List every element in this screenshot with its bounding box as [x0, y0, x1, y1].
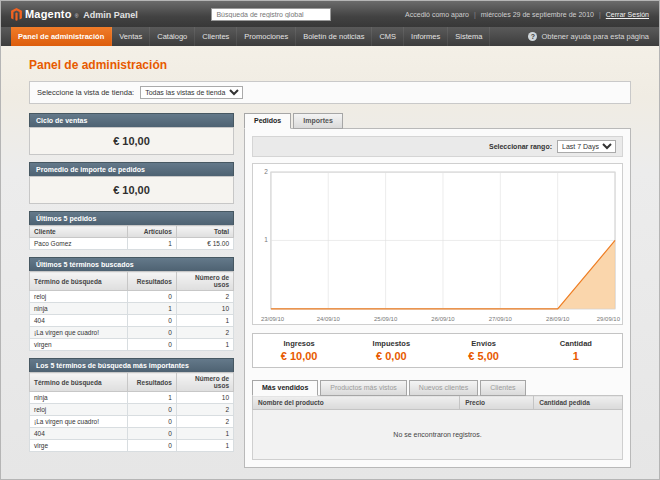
table-row[interactable]: 40401	[30, 428, 234, 440]
nav-item-informes[interactable]: Informes	[404, 27, 448, 46]
table-row[interactable]: ¡La virgen que cuadro!02	[30, 416, 234, 428]
stat-label: Ingresos	[253, 339, 345, 348]
nav-item-ventas[interactable]: Ventas	[112, 27, 150, 46]
top-search-terms-table: Término de búsquedaResultadosNúmero de u…	[29, 372, 234, 452]
table-row[interactable]: ¡La virgen que cuadro!02	[30, 327, 234, 339]
table-row[interactable]: virgen01	[30, 339, 234, 351]
page-help-link[interactable]: ? Obtener ayuda para esta página	[528, 27, 649, 46]
table-cell: reloj	[30, 404, 128, 416]
table-cell: ¡La virgen que cuadro!	[30, 327, 128, 339]
table-row[interactable]: Paco Gomez1€ 15.00	[30, 238, 234, 250]
table-cell: 0	[127, 291, 176, 303]
tab-importes[interactable]: Importes	[293, 113, 343, 129]
column-header-precio: Precio	[460, 396, 534, 410]
store-view-select[interactable]: Todas las vistas de tienda	[140, 86, 243, 99]
table-row[interactable]: ninja110	[30, 392, 234, 404]
top-search-terms-title: Los 5 términos de búsqueda más important…	[29, 358, 234, 372]
nav-item-boletin-de-noticias[interactable]: Boletín de noticias	[296, 27, 372, 46]
stat-ingresos: Ingresos€ 10,00	[253, 339, 345, 362]
products-table: Nombre del productoPrecioCantidad pedida…	[252, 395, 623, 460]
table-cell: 0	[127, 416, 176, 428]
table-cell: 1	[127, 392, 176, 404]
logout-link[interactable]: Cerrar Sesión	[606, 11, 649, 18]
table-cell: 0	[127, 440, 176, 452]
svg-text:26/09/10: 26/09/10	[431, 316, 455, 322]
lifetime-sales-box: Ciclo de ventas € 10,00	[29, 113, 234, 155]
column-header-resultados: Resultados	[127, 373, 176, 392]
table-cell: € 15.00	[176, 238, 233, 250]
store-view-bar: Seleccione la vista de tienda: Todas las…	[29, 81, 631, 104]
stat-label: Cantidad	[530, 339, 622, 348]
logo-text: Magento	[25, 8, 72, 20]
magento-logo-icon	[11, 8, 22, 21]
nav-item-sistema[interactable]: Sistema	[448, 27, 490, 46]
table-cell: 1	[127, 238, 176, 250]
stat-label: Envíos	[438, 339, 530, 348]
content-area: Panel de administración Seleccione la vi…	[1, 46, 659, 468]
table-cell: 1	[176, 315, 233, 327]
table-cell: 1	[176, 428, 233, 440]
average-orders-value: € 10,00	[29, 176, 234, 204]
column-header-cantidad-pedida: Cantidad pedida	[534, 396, 623, 410]
column-header-termino-de-busqueda: Término de búsqueda	[30, 373, 128, 392]
page-title: Panel de administración	[29, 58, 631, 72]
stat-value: 1	[530, 350, 622, 362]
svg-text:2: 2	[264, 168, 268, 175]
stat-cantidad: Cantidad1	[530, 339, 622, 362]
store-view-label: Seleccione la vista de tienda:	[37, 88, 134, 97]
last-orders-table: ClienteArtículosTotalPaco Gomez1€ 15.00	[29, 225, 234, 250]
tab-mas-vendidos[interactable]: Más vendidos	[252, 380, 318, 396]
nav-item-clientes[interactable]: Clientes	[195, 27, 237, 46]
tab-clientes[interactable]: Clientes	[480, 380, 525, 396]
column-header-total: Total	[176, 226, 233, 238]
stat-value: € 0,00	[345, 350, 437, 362]
table-row[interactable]: virge01	[30, 440, 234, 452]
nav-item-panel-de-administracion[interactable]: Panel de administración	[11, 27, 112, 46]
table-cell: 1	[176, 440, 233, 452]
table-cell: 2	[176, 291, 233, 303]
orders-chart-svg: 1223/09/1024/09/1025/09/1026/09/1027/09/…	[253, 164, 622, 324]
table-cell: virge	[30, 440, 128, 452]
table-cell: 0	[127, 315, 176, 327]
table-row[interactable]: ninja110	[30, 303, 234, 315]
last-search-terms-table: Término de búsquedaResultadosNúmero de u…	[29, 271, 234, 351]
table-cell: 10	[176, 303, 233, 315]
last-search-terms-title: Últimos 5 términos buscados	[29, 257, 234, 271]
tab-nuevos-clientes[interactable]: Nuevos clientes	[409, 380, 478, 396]
separator: |	[474, 11, 476, 18]
table-row[interactable]: reloj02	[30, 291, 234, 303]
range-select[interactable]: Last 7 Days	[557, 140, 616, 153]
lifetime-sales-value: € 10,00	[29, 127, 234, 155]
empty-message: No se encontraron registros.	[253, 410, 623, 460]
tab-productos-mas-vistos[interactable]: Productos más vistos	[320, 380, 407, 396]
column-header-resultados: Resultados	[127, 272, 176, 291]
column-header-numero-de-usos: Número de usos	[176, 373, 233, 392]
table-cell: 10	[176, 392, 233, 404]
last-search-terms-box: Últimos 5 términos buscados Término de b…	[29, 257, 234, 351]
tab-pedidos[interactable]: Pedidos	[244, 113, 291, 129]
column-header-numero-de-usos: Número de usos	[176, 272, 233, 291]
top-header: Magento ® Admin Panel Accedió como aparo…	[1, 1, 659, 27]
table-cell: 2	[176, 327, 233, 339]
nav-item-cms[interactable]: CMS	[372, 27, 404, 46]
table-row[interactable]: 40401	[30, 315, 234, 327]
global-search	[146, 8, 397, 21]
svg-text:25/09/10: 25/09/10	[374, 316, 398, 322]
orders-chart: 1223/09/1024/09/1025/09/1026/09/1027/09/…	[252, 163, 623, 325]
stat-envios: Envíos€ 5,00	[438, 339, 530, 362]
global-search-input[interactable]	[211, 8, 331, 21]
svg-text:23/09/10: 23/09/10	[261, 316, 285, 322]
top-search-terms-box: Los 5 términos de búsqueda más important…	[29, 358, 234, 452]
stat-value: € 10,00	[253, 350, 345, 362]
svg-text:24/09/10: 24/09/10	[317, 316, 341, 322]
column-header-nombre-del-producto: Nombre del producto	[253, 396, 460, 410]
table-cell: 404	[30, 315, 128, 327]
nav-item-promociones[interactable]: Promociones	[237, 27, 296, 46]
magento-logo: Magento ® Admin Panel	[11, 8, 138, 21]
stat-impuestos: Impuestos€ 0,00	[345, 339, 437, 362]
right-column: PedidosImportes Seleccionar rango: Last …	[244, 113, 631, 468]
nav-item-catalogo[interactable]: Catálogo	[150, 27, 195, 46]
svg-text:1: 1	[264, 236, 268, 243]
table-cell: ninja	[30, 303, 128, 315]
table-row[interactable]: reloj02	[30, 404, 234, 416]
